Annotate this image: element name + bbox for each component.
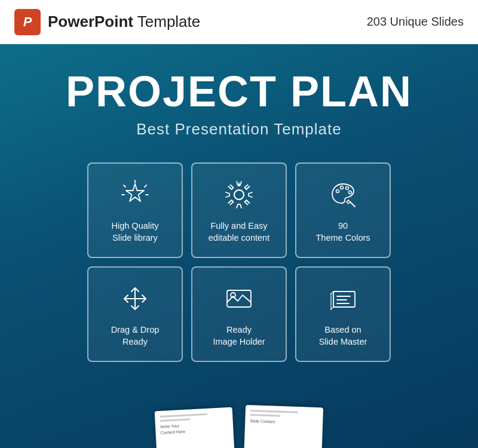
svg-marker-0 [126,184,144,201]
feature-label-image-holder: ReadyImage Holder [213,324,265,348]
hero-section: PROJECT PLAN Best Presentation Template [66,44,412,157]
svg-line-12 [350,202,355,207]
preview-line [160,418,190,422]
feature-label-slide-library: High QualitySlide library [112,220,159,244]
svg-point-7 [234,190,244,200]
feature-label-theme-colors: 90Theme Colors [315,220,370,244]
hero-subtitle: Best Presentation Template [66,120,412,139]
gear-icon [221,177,257,213]
preview-line [250,414,281,417]
feature-card-slide-library: High QualitySlide library [87,162,183,258]
image-icon [221,281,257,317]
preview-line [250,410,298,413]
svg-point-8 [336,189,339,192]
svg-line-2 [145,185,146,187]
header-title: PowerPoint Template [48,13,200,31]
preview-slide-2: Slide Content [244,405,324,448]
app-icon-label: P [23,14,32,30]
feature-card-theme-colors: 90Theme Colors [295,162,391,258]
feature-label-slide-master: Based onSlide Master [319,324,367,348]
bottom-preview: Write YourContent Here Slide Content [0,394,478,448]
title-regular: Template [133,13,200,30]
move-icon [117,281,153,317]
title-bold: PowerPoint [48,13,133,30]
powerpoint-icon: P [14,9,41,35]
feature-card-slide-master: Based onSlide Master [295,266,391,362]
preview-text: Slide Content [250,418,318,426]
feature-card-drag-drop: Drag & DropReady [87,266,183,362]
svg-point-11 [349,191,352,194]
preview-slide-1: Write YourContent Here [155,407,235,448]
unique-slides-label: 203 Unique Slides [367,15,464,29]
preview-text: Write YourContent Here [160,421,229,436]
hero-title: PROJECT PLAN [66,68,412,115]
feature-label-drag-drop: Drag & DropReady [111,324,160,348]
star-icon [117,177,153,213]
slides-icon [325,281,361,317]
feature-label-editable-content: Fully and Easyeditable content [209,220,269,244]
svg-rect-17 [333,291,355,307]
svg-line-4 [124,185,125,187]
feature-grid: High QualitySlide library Fully and Easy… [87,162,391,362]
palette-icon [325,177,361,213]
preview-line [160,413,207,418]
svg-point-10 [346,186,349,189]
svg-point-9 [341,186,344,189]
feature-card-editable-content: Fully and Easyeditable content [191,162,287,258]
header: P PowerPoint Template 203 Unique Slides [0,0,478,44]
feature-card-image-holder: ReadyImage Holder [191,266,287,362]
main-content: PROJECT PLAN Best Presentation Template … [0,44,478,448]
header-left: P PowerPoint Template [14,9,200,35]
